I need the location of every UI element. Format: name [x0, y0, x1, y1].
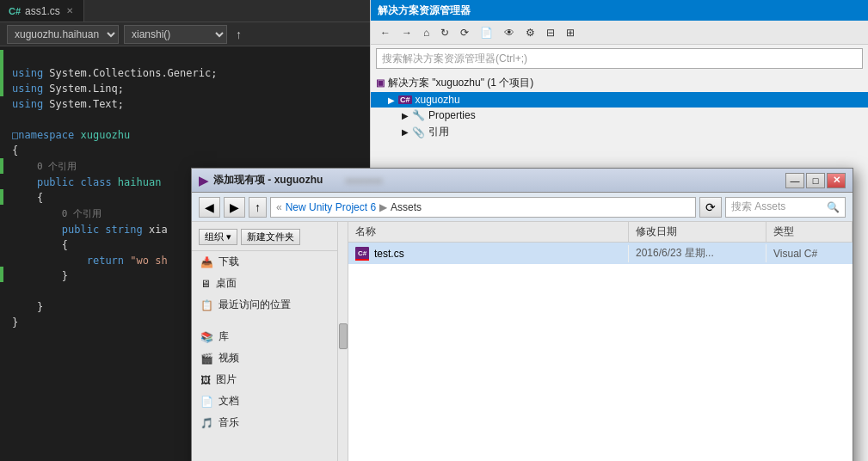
- solution-explorer-title-label: 解决方案资源管理器: [378, 3, 471, 18]
- editor-tab-label: ass1.cs: [25, 5, 60, 17]
- properties-expand-icon: ▶: [402, 111, 409, 120]
- file-dialog-sidebar: 组织 ▾ 新建文件夹 📥 下载 🖥 桌面 📋 最近访问的位置 📚 库: [192, 222, 338, 461]
- solution-explorer-toolbar: ← → ⌂ ↻ ⟳ 📄 👁 ⚙ ⊟ ⊞: [371, 21, 868, 45]
- references-expand-icon: ▶: [402, 127, 409, 137]
- editor-tab-ass1[interactable]: C# ass1.cs ✕: [0, 0, 84, 22]
- sidebar-library[interactable]: 📚 库: [192, 326, 337, 347]
- minimize-btn[interactable]: —: [785, 173, 804, 188]
- path-part-1: New Unity Project 6: [286, 201, 376, 213]
- sidebar-scrollbar[interactable]: [338, 222, 348, 461]
- se-props-btn[interactable]: ⚙: [521, 24, 539, 41]
- project-label: xuguozhu: [416, 94, 460, 106]
- forward-nav-btn[interactable]: ▶: [224, 197, 245, 218]
- sidebar-downloads[interactable]: 📥 下载: [192, 251, 337, 273]
- pictures-icon: 🖼: [200, 374, 211, 386]
- close-btn[interactable]: ✕: [827, 173, 846, 188]
- file-row-test-cs[interactable]: C# test.cs 2016/6/23 星期... Visual C#: [348, 243, 853, 264]
- solution-root-icon: ▣: [376, 77, 385, 89]
- project-expand-icon: ▶: [388, 95, 395, 105]
- sidebar-video[interactable]: 🎬 视频: [192, 347, 337, 369]
- sidebar-pictures[interactable]: 🖼 图片: [192, 369, 337, 390]
- new-folder-btn[interactable]: 新建文件夹: [241, 229, 300, 245]
- pictures-label: 图片: [216, 372, 237, 387]
- modified-indicator-4: [0, 267, 3, 282]
- editor-gutter: [0, 46, 12, 461]
- se-back-btn[interactable]: ←: [376, 24, 395, 41]
- editor-tab-close-btn[interactable]: ✕: [65, 5, 75, 16]
- solution-explorer-title: 解决方案资源管理器: [371, 0, 868, 21]
- path-separator: ▶: [379, 201, 387, 213]
- file-name-cell: C# test.cs: [348, 245, 629, 262]
- file-type-cell: Visual C#: [766, 246, 853, 261]
- sidebar-music[interactable]: 🎵 音乐: [192, 412, 337, 433]
- method-dropdown[interactable]: xianshi(): [124, 25, 227, 44]
- se-show-all-btn[interactable]: 👁: [500, 24, 519, 41]
- references-label: 引用: [428, 125, 449, 139]
- se-home-btn[interactable]: ⌂: [419, 24, 434, 41]
- editor-toolbar: xuguozhu.haihuan xianshi() ↑: [0, 22, 370, 46]
- sidebar-spacer: [192, 316, 337, 326]
- file-dialog-blurred: ●●●●●●: [345, 175, 383, 187]
- se-forward-btn[interactable]: →: [397, 24, 416, 41]
- editor-tab-bar: C# ass1.cs ✕: [0, 0, 370, 22]
- se-item-references[interactable]: ▶ 📎 引用: [371, 123, 868, 141]
- sidebar-desktop[interactable]: 🖥 桌面: [192, 273, 337, 294]
- vs-icon-in-dialog: ▶: [199, 174, 208, 187]
- downloads-label: 下载: [219, 255, 239, 269]
- project-csharp-icon: C#: [398, 95, 412, 104]
- solution-explorer-search[interactable]: 搜索解决方案资源管理器(Ctrl+;): [376, 48, 863, 69]
- downloads-icon: 📥: [200, 256, 213, 268]
- desktop-label: 桌面: [216, 276, 237, 291]
- se-refresh-btn[interactable]: ↻: [436, 24, 453, 41]
- col-header-type[interactable]: 类型: [766, 222, 853, 242]
- path-part-2: Assets: [391, 201, 422, 213]
- se-sync-btn[interactable]: ⟳: [456, 24, 473, 41]
- solution-explorer-tree: ▣ 解决方案 "xuguozhu" (1 个项目) ▶ C# xuguozhu …: [371, 72, 868, 143]
- se-preview-btn[interactable]: ⊟: [542, 24, 559, 41]
- documents-label: 文档: [219, 394, 239, 409]
- file-list: C# test.cs 2016/6/23 星期... Visual C#: [348, 243, 853, 461]
- cs-file-icon: C#: [355, 247, 369, 261]
- sidebar-recent[interactable]: 📋 最近访问的位置: [192, 294, 337, 316]
- search-placeholder: 搜索 Assets: [731, 200, 785, 214]
- library-label: 库: [219, 329, 229, 344]
- se-pages-btn[interactable]: ⊞: [562, 24, 579, 41]
- file-dialog-nav-bar: ◀ ▶ ↑ « New Unity Project 6 ▶ Assets ⟳ 搜…: [192, 193, 853, 222]
- col-header-date[interactable]: 修改日期: [629, 222, 766, 242]
- path-refresh-btn[interactable]: ⟳: [699, 197, 722, 218]
- properties-icon: 🔧: [412, 109, 425, 121]
- recent-label: 最近访问的位置: [219, 298, 291, 312]
- file-name-label: test.cs: [374, 248, 404, 260]
- desktop-icon: 🖥: [200, 278, 211, 290]
- search-box[interactable]: 搜索 Assets 🔍: [725, 197, 846, 218]
- up-nav-btn[interactable]: ↑: [249, 197, 267, 218]
- organize-btn[interactable]: 组织 ▾: [199, 229, 237, 245]
- scroll-up-btn[interactable]: ↑: [232, 27, 245, 42]
- video-icon: 🎬: [200, 353, 213, 365]
- se-item-properties[interactable]: ▶ 🔧 Properties: [371, 108, 868, 123]
- file-icon-red-bar: [355, 259, 369, 261]
- back-nav-btn[interactable]: ◀: [199, 197, 220, 218]
- file-dialog-title-bar: ▶ 添加现有项 - xuguozhu ●●●●●● — □ ✕: [192, 169, 853, 193]
- search-icon: 🔍: [827, 201, 840, 213]
- references-icon: 📎: [412, 126, 425, 138]
- properties-label: Properties: [428, 109, 476, 121]
- se-project-xuguozhu[interactable]: ▶ C# xuguozhu: [371, 92, 868, 108]
- music-label: 音乐: [219, 415, 239, 430]
- se-new-file-btn[interactable]: 📄: [476, 24, 497, 41]
- path-bar[interactable]: « New Unity Project 6 ▶ Assets: [270, 197, 696, 218]
- window-buttons: — □ ✕: [785, 173, 846, 188]
- sidebar-documents[interactable]: 📄 文档: [192, 390, 337, 412]
- col-header-name[interactable]: 名称: [348, 222, 629, 242]
- modified-indicator-3: [0, 189, 3, 205]
- modified-indicator-1: [0, 50, 3, 96]
- file-date-cell: 2016/6/23 星期...: [629, 244, 766, 262]
- file-list-header: 名称 修改日期 类型: [348, 222, 853, 243]
- sidebar-tools: 组织 ▾ 新建文件夹: [192, 225, 337, 251]
- scope-dropdown[interactable]: xuguozhu.haihuan: [7, 25, 119, 44]
- video-label: 视频: [219, 351, 239, 366]
- solution-root-label: 解决方案 "xuguozhu" (1 个项目): [388, 76, 533, 90]
- maximize-btn[interactable]: □: [806, 173, 825, 188]
- library-icon: 📚: [200, 331, 213, 343]
- se-solution-root[interactable]: ▣ 解决方案 "xuguozhu" (1 个项目): [371, 74, 868, 92]
